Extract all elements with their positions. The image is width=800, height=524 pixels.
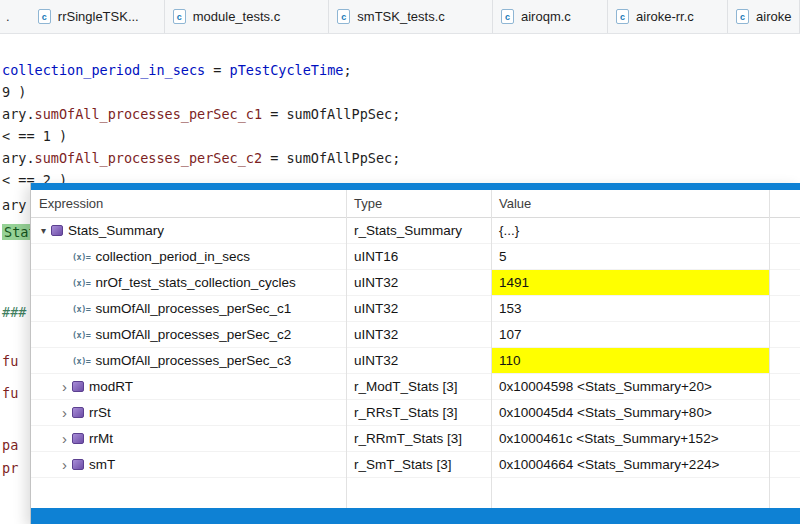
expression-cell: (x)=sumOfAll_processes_perSec_c1 [31,296,346,321]
code-segment: pTestCycleTime [230,62,344,78]
c-file-icon: c [501,9,514,24]
ide-screen: collection_period_in_secs = pTestCycleTi… [0,0,800,524]
expression-name: Stats_Summary [68,223,164,238]
type-cell: r_RRmT_Stats [3] [346,426,491,451]
code-segment: pa [2,437,18,453]
code-fragment[interactable]: ### [2,303,26,321]
code-segment: pr [2,460,18,476]
code-segment: ### [2,304,26,320]
grid-rows: ▾Stats_Summaryr_Stats_Summary{...}(x)=co… [31,218,800,478]
tab-label: module_tests.c [193,9,280,24]
column-grid-line [346,190,347,508]
editor-tab-bar: . crrSingleTSK...cmodule_tests.ccsmTSK_t… [0,0,800,34]
tab-label: airoke-rr.c [636,9,694,24]
struct-icon [72,433,84,444]
code-line[interactable]: < == 1 ) [2,127,67,145]
code-segment: ary. [2,106,35,122]
type-cell: uINT32 [346,270,491,295]
code-fragment[interactable]: pa [2,436,18,454]
type-cell: uINT32 [346,322,491,347]
code-segment: ary [2,197,26,213]
row-extra-cell [769,244,800,269]
row-extra-cell [769,270,800,295]
variable-row[interactable]: ▾Stats_Summaryr_Stats_Summary{...} [31,218,800,244]
type-cell: uINT32 [346,296,491,321]
expression-name: modRT [89,379,133,394]
c-file-icon: c [38,9,51,24]
column-header-value[interactable]: Value [491,190,769,217]
value-cell: 153 [491,296,769,321]
code-fragment[interactable]: fu [2,352,18,370]
value-cell: 0x10004598 <Stats_Summary+20> [491,374,769,399]
variable-row[interactable]: ›rrStr_RRsT_Stats [3]0x100045d4 <Stats_S… [31,400,800,426]
expand-arrow-icon[interactable]: › [57,379,72,394]
expression-cell: ›smT [31,452,346,477]
column-header-type[interactable]: Type [346,190,491,217]
expand-arrow-icon[interactable]: › [57,405,72,420]
editor-tab[interactable]: cmodule_tests.c [165,0,330,33]
editor-tab[interactable]: cairoke [728,0,800,33]
editor-tab[interactable]: crrSingleTSK... [30,0,165,33]
code-segment: sumOfAll_processes_perSec_c1 [35,106,263,122]
grid-header: ExpressionTypeValue [31,190,800,218]
tree-indent [31,438,57,439]
type-cell: r_ModT_Stats [3] [346,374,491,399]
tree-indent [31,464,57,465]
expression-cell: ▾Stats_Summary [31,218,346,243]
row-extra-cell [769,374,800,399]
code-line[interactable]: ary.sumOfAll_processes_perSec_c2 = sumOf… [2,149,400,167]
type-cell: uINT32 [346,348,491,373]
column-header-extra [769,190,800,217]
variable-row[interactable]: ›modRTr_ModT_Stats [3]0x10004598 <Stats_… [31,374,800,400]
variable-row[interactable]: (x)=sumOfAll_processes_perSec_c3uINT3211… [31,348,800,374]
expand-arrow-icon[interactable]: › [57,457,72,472]
variable-row[interactable]: (x)=collection_period_in_secsuINT165 [31,244,800,270]
expression-name: smT [89,457,115,472]
variable-row[interactable]: ›smTr_SmT_Stats [3]0x10004664 <Stats_Sum… [31,452,800,478]
code-line[interactable]: collection_period_in_secs = pTestCycleTi… [2,61,352,79]
expression-name: sumOfAll_processes_perSec_c1 [95,301,291,316]
editor-tab[interactable]: cairoke-rr.c [608,0,728,33]
struct-icon [72,459,84,470]
c-file-icon: c [736,9,749,24]
value-cell-changed: 1491 [491,270,769,295]
row-extra-cell [769,452,800,477]
variable-row[interactable]: (x)=sumOfAll_processes_perSec_c2uINT3210… [31,322,800,348]
variable-icon: (x)= [72,252,90,262]
expression-cell: (x)=nrOf_test_stats_collection_cycles [31,270,346,295]
tree-indent [31,308,57,309]
collapse-arrow-icon[interactable]: ▾ [36,225,51,236]
editor-tab[interactable]: cairoqm.c [493,0,608,33]
code-segment: ; [343,62,351,78]
code-segment: = [205,62,229,78]
variable-row[interactable]: ›rrMtr_RRmT_Stats [3]0x1000461c <Stats_S… [31,426,800,452]
expand-arrow-icon[interactable]: › [57,431,72,446]
column-grid-line [769,190,770,508]
expression-cell: ›rrMt [31,426,346,451]
tab-overflow-label[interactable]: . [0,0,30,33]
code-fragment[interactable]: ary [2,196,26,214]
popup-bottom-bar [31,508,800,524]
c-file-icon: c [337,9,350,24]
code-segment: < == 1 ) [2,128,67,144]
value-cell: 107 [491,322,769,347]
row-extra-cell [769,348,800,373]
tab-label: smTSK_tests.c [357,9,444,24]
code-segment: ary. [2,150,35,166]
code-line[interactable]: 9 ) [2,83,26,101]
expression-name: rrMt [89,431,113,446]
editor-tab[interactable]: csmTSK_tests.c [329,0,493,33]
tab-label: airoqm.c [521,9,571,24]
column-header-expression[interactable]: Expression [31,190,346,217]
type-cell: uINT16 [346,244,491,269]
tree-indent [31,360,57,361]
variable-row[interactable]: (x)=sumOfAll_processes_perSec_c1uINT3215… [31,296,800,322]
code-fragment[interactable]: pr [2,459,18,477]
expression-cell: ›modRT [31,374,346,399]
popup-top-bar [31,183,800,190]
variable-icon: (x)= [72,356,90,366]
value-cell: 0x10004664 <Stats_Summary+224> [491,452,769,477]
code-line[interactable]: ary.sumOfAll_processes_perSec_c1 = sumOf… [2,105,400,123]
code-fragment[interactable]: fu [2,384,18,402]
variable-row[interactable]: (x)=nrOf_test_stats_collection_cyclesuIN… [31,270,800,296]
